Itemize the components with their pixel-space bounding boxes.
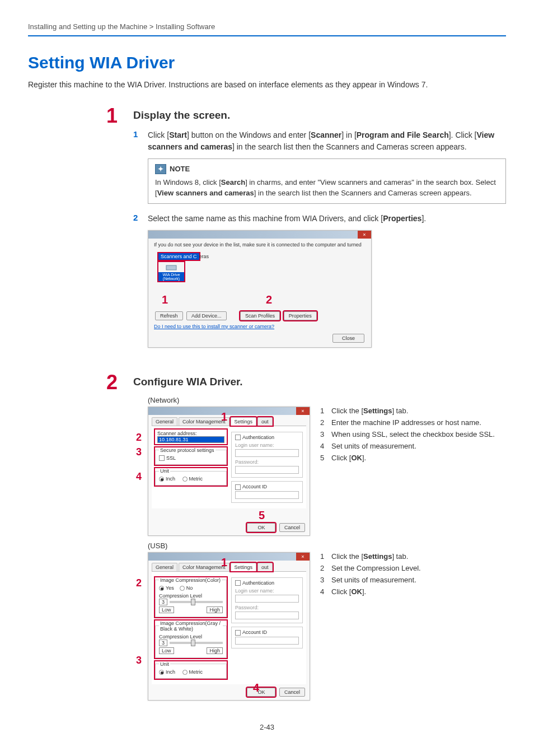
note-icon: ✦ (155, 164, 166, 174)
unit-legend: Unit (159, 468, 170, 474)
secure-protocol-legend: Secure protocol settings (159, 447, 216, 453)
dialog-titlebar: × (148, 231, 371, 239)
page-number: 2-43 (28, 723, 506, 731)
step-2: 2 Configure WIA Driver. (Network) × 2 3 … (28, 372, 506, 707)
cancel-button[interactable]: Cancel (279, 688, 305, 697)
step-1-number: 1 (106, 106, 123, 359)
compression-slider[interactable] (170, 642, 223, 644)
network-steps-list: 1Click the [Settings] tab. 2Enter the ma… (320, 407, 495, 465)
metric-radio[interactable] (182, 670, 188, 675)
breadcrumb: Installing and Setting up the Machine > … (28, 22, 506, 36)
usb-label: (USB) (148, 542, 506, 550)
refresh-button[interactable]: Refresh (155, 311, 183, 320)
unit-legend: Unit (159, 661, 170, 667)
password-label: Password: (235, 605, 299, 610)
scanners-label: Scanners and C (158, 253, 199, 260)
login-input[interactable] (235, 595, 299, 603)
intro-text: Register this machine to the WIA Driver.… (28, 80, 506, 89)
color-compression-legend: Image Compression(Color) (159, 577, 222, 583)
gray-compression-legend: Image Compression(Gray / Black & White) (159, 620, 223, 632)
note-label: NOTE (170, 164, 190, 175)
callout-5: 5 (259, 509, 265, 522)
tab-about[interactable]: out (257, 417, 273, 426)
wia-settings-dialog-usb: × 2 3 1 4 General Color Management Setti… (148, 552, 310, 701)
close-icon[interactable]: × (296, 553, 310, 561)
no-radio[interactable] (180, 586, 185, 591)
sub-body: Click [Start] button on the Windows and … (148, 129, 506, 153)
callout-4: 4 (253, 682, 259, 694)
tab-settings[interactable]: Settings (231, 417, 257, 426)
wia-settings-dialog-network: × 2 3 4 1 5 General Color Management Set… (148, 407, 310, 536)
compression-value: 3 (159, 640, 167, 646)
account-label: Account ID (242, 629, 267, 635)
callout-3: 3 (136, 655, 142, 666)
auth-label: Authentication (242, 580, 274, 586)
account-input[interactable] (235, 491, 299, 499)
high-label: High (207, 606, 223, 613)
metric-radio[interactable] (182, 477, 188, 482)
account-checkbox[interactable] (235, 630, 241, 636)
wia-driver-item[interactable]: WIA Drive(Network) (158, 262, 184, 281)
note-box: ✦ NOTE In Windows 8, click [Search] in c… (148, 158, 506, 204)
sub-num: 2 (133, 213, 141, 225)
login-label: Login user name: (235, 588, 299, 594)
auth-checkbox[interactable] (235, 435, 241, 440)
network-label: (Network) (148, 396, 506, 404)
svg-rect-0 (166, 265, 176, 270)
scanners-cameras-dialog: × If you do not see your device in the l… (148, 230, 372, 348)
compression-label: Compression Level (159, 634, 223, 640)
close-icon[interactable]: × (296, 407, 310, 415)
callout-1: 1 (221, 556, 227, 569)
tab-about[interactable]: out (257, 563, 273, 571)
callout-1: 1 (221, 410, 227, 423)
dialog-titlebar: × (148, 553, 310, 561)
step-1-sub-2: 2 Select the same name as this machine f… (133, 213, 506, 225)
note-body: In Windows 8, click [Search] in charms, … (155, 177, 499, 199)
properties-button[interactable]: Properties (284, 311, 317, 320)
login-input[interactable] (235, 449, 299, 457)
tab-general[interactable]: General (152, 417, 177, 426)
page-title: Setting WIA Driver (28, 53, 506, 72)
auth-checkbox[interactable] (235, 580, 241, 586)
yes-radio[interactable] (159, 586, 164, 591)
compression-label: Compression Level (159, 593, 223, 599)
account-input[interactable] (235, 637, 299, 645)
usb-steps-list: 1Click the [Settings] tab. 2Set the Comp… (320, 552, 421, 599)
help-link[interactable]: Do I need to use this to install my scan… (154, 324, 274, 329)
account-label: Account ID (242, 484, 267, 489)
scan-profiles-button[interactable]: Scan Profiles (240, 311, 280, 320)
scanner-address-label: Scanner address: (157, 431, 224, 436)
ok-button[interactable]: OK (247, 523, 275, 532)
scanner-address-input[interactable]: 10.180.81.31 (157, 436, 224, 443)
compression-slider[interactable] (170, 601, 223, 603)
auth-label: Authentication (242, 435, 274, 440)
inch-radio[interactable] (159, 477, 164, 482)
step-2-title: Configure WIA Driver. (133, 376, 506, 388)
ssl-checkbox[interactable] (159, 455, 165, 461)
tab-general[interactable]: General (152, 563, 177, 571)
step-2-number: 2 (106, 372, 123, 707)
cancel-button[interactable]: Cancel (279, 523, 305, 532)
login-label: Login user name: (235, 442, 299, 448)
password-input[interactable] (235, 466, 299, 474)
close-button[interactable]: Close (332, 334, 364, 343)
password-label: Password: (235, 459, 299, 465)
close-icon[interactable]: × (358, 231, 371, 239)
tab-settings[interactable]: Settings (231, 563, 257, 571)
ssl-label: SSL (166, 455, 176, 461)
account-checkbox[interactable] (235, 484, 241, 490)
step-1-title: Display the screen. (133, 109, 506, 122)
step-1-sub-1: 1 Click [Start] button on the Windows an… (133, 129, 506, 153)
low-label: Low (159, 647, 174, 654)
ok-button[interactable]: OK (247, 688, 275, 697)
add-device-button[interactable]: Add Device... (186, 311, 227, 320)
low-label: Low (159, 606, 174, 613)
dialog-warning: If you do not see your device in the lis… (154, 242, 366, 248)
password-input[interactable] (235, 612, 299, 619)
callout-2: 2 (136, 577, 142, 589)
callout-3: 3 (136, 446, 142, 458)
inch-radio[interactable] (159, 670, 164, 675)
callout-2: 2 (266, 293, 272, 306)
sub-num: 1 (133, 129, 141, 153)
scanner-icon (166, 263, 177, 271)
